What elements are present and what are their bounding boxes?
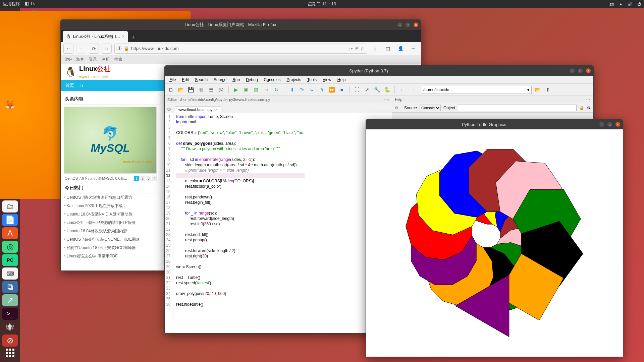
continue-icon[interactable]: ⏩ [328, 86, 336, 94]
hot-link[interactable]: Linux就该这么学 高清晰PDF [64, 252, 158, 260]
preferences-icon[interactable]: 🔧 [373, 86, 381, 94]
menu-tools[interactable]: Tools [305, 77, 319, 83]
run-cell-icon[interactable]: ▣ [242, 86, 250, 94]
menu-source[interactable]: Source [211, 77, 229, 83]
hot-link[interactable]: Linux公社下载FTP资源的请到FTP服务 [64, 219, 158, 227]
run-cell-advance-icon[interactable]: ▥ [252, 86, 260, 94]
sound-icon[interactable]: 🔊 [628, 2, 633, 6]
maximize-button[interactable]: □ [578, 68, 583, 73]
dock-snap-icon[interactable]: ↗ [2, 294, 18, 306]
dock-writer-icon[interactable]: 📄 [2, 214, 18, 226]
menu-help[interactable]: Help [335, 77, 348, 83]
tab-close-icon[interactable]: × [122, 34, 124, 39]
python-path-icon[interactable]: 🐍 [383, 86, 391, 94]
hero-caption[interactable]: CentOS 7.6下yum安装MySQL 8.0版... [65, 176, 127, 181]
editor-options-icon[interactable]: ⚙ [167, 106, 173, 113]
dock-software-icon[interactable]: A [2, 227, 18, 239]
code-editor[interactable]: 1234567891011121314151617181920212223242… [165, 113, 392, 333]
bookmark-star-icon[interactable]: ☆ [360, 46, 364, 51]
firefox-tab[interactable]: 🐧 Linux公社 - Linux系统门… × [63, 31, 128, 42]
close-button[interactable]: × [615, 122, 620, 127]
hero-image[interactable]: 🐬 MySQL www.linuxidc.com [64, 107, 157, 174]
hot-link[interactable]: Ubuntu 18.04安装NVIDIA显卡驱动教 [64, 210, 158, 219]
panel-lang[interactable]: zh [609, 2, 614, 7]
maximize-button[interactable]: □ [607, 122, 612, 127]
pager-item[interactable]: 2 [140, 176, 145, 181]
dock-onboard-icon[interactable]: ⌨ [2, 267, 18, 280]
menu-run[interactable]: Run [230, 77, 243, 83]
dock-spider-icon[interactable]: 🕷 [2, 321, 18, 333]
at-icon[interactable]: @ [217, 86, 225, 94]
menu-projects[interactable]: Projects [284, 77, 304, 83]
rerun-icon[interactable]: ↻ [272, 86, 280, 94]
close-button[interactable]: × [414, 22, 418, 27]
menu-debug[interactable]: Debug [243, 77, 260, 83]
hot-link[interactable]: CentOS 7命令行安装GNOME、KDE图形 [64, 235, 158, 244]
dock-files-icon[interactable]: 🗂 [2, 200, 18, 213]
power-icon[interactable]: ⏻ [637, 2, 641, 6]
reader-icon[interactable]: ⎘ [356, 46, 358, 51]
nav-link[interactable]: Li [79, 83, 83, 88]
step-in-icon[interactable]: ↳ [308, 86, 316, 94]
save-all-icon[interactable]: ⎘ [197, 86, 205, 94]
maximize-pane-icon[interactable]: ⛶ [353, 86, 361, 94]
dock-android-studio-icon[interactable]: ◎ [2, 241, 18, 253]
dock-blocked-icon[interactable]: ⊘ [2, 335, 18, 347]
hot-link[interactable]: 如何在Ubuntu 18.04上安装GCC编译器 [64, 244, 158, 252]
source-select[interactable]: Console [420, 105, 441, 111]
hot-link[interactable]: Ubuntu 18.04修改默认源为国内源 [64, 227, 158, 235]
nav-link[interactable]: 首页 [65, 82, 74, 88]
step-out-icon[interactable]: ↰ [318, 86, 326, 94]
url-bar[interactable]: 🛈 🔒 https://www.linuxidc.com ⋯ ⎘ ☆ [114, 44, 367, 54]
minimize-button[interactable]: – [397, 22, 402, 27]
sec-link[interactable]: 你好，游客 [64, 57, 84, 62]
menu-consoles[interactable]: Consoles [261, 77, 283, 83]
panel-clock[interactable]: 星期二 11：19 [308, 1, 336, 7]
forward-button[interactable]: → [76, 44, 86, 54]
file-tab[interactable]: www.linuxidc.com.py × [175, 106, 221, 113]
minimize-button[interactable]: – [599, 122, 604, 127]
file-tab-close-icon[interactable]: × [215, 108, 217, 112]
help-gear-icon[interactable]: ⚙ [587, 106, 591, 110]
hot-link[interactable]: Kali Linux 2020.1 现在开放下载， [64, 202, 158, 210]
pager-item[interactable]: 4 [152, 176, 157, 181]
close-button[interactable]: × [586, 68, 591, 73]
back-button[interactable]: ← [63, 44, 73, 54]
run-icon[interactable]: ▶ [232, 86, 240, 94]
sidebar-icon[interactable]: ◫ [383, 44, 393, 54]
object-input[interactable] [458, 105, 577, 111]
home-button[interactable]: ⌂ [102, 44, 112, 54]
hot-link[interactable]: CentOS 7防火墙快速开放端口配置方 [64, 193, 158, 202]
maximize-button[interactable]: □ [406, 22, 410, 27]
firefox-titlebar[interactable]: Linux公社 - Linux系统门户网站 - Mozilla Firefox … [61, 20, 421, 30]
dock-show-apps[interactable] [3, 348, 17, 358]
account-icon[interactable]: 👤 [395, 44, 406, 54]
pane-close-icon[interactable]: × [387, 98, 389, 102]
menu-view[interactable]: View [320, 77, 334, 83]
step-over-icon[interactable]: ↷ [298, 86, 306, 94]
sec-link[interactable]: 搜索 [114, 57, 122, 62]
page-actions-icon[interactable]: ⋯ [349, 46, 354, 51]
pane-opts-icon[interactable]: ▫ [384, 98, 386, 102]
parent-dir-icon[interactable]: ⬆ [544, 86, 552, 94]
dock-pycharm-icon[interactable]: PC [2, 254, 18, 266]
reload-button[interactable]: ⟳ [89, 44, 99, 54]
menu-icon[interactable]: ☰ [408, 44, 418, 54]
sec-link[interactable]: 注册 [102, 57, 110, 62]
library-icon[interactable]: ⫼ [370, 44, 380, 54]
menu-edit[interactable]: Edit [179, 77, 192, 83]
outline-icon[interactable]: ☰ [207, 86, 215, 94]
pager-item[interactable]: 1 [134, 176, 139, 181]
spyder-titlebar[interactable]: Spyder (Python 3.7) – □ × [165, 66, 593, 76]
save-icon[interactable]: 💾 [187, 86, 195, 94]
network-icon[interactable]: ▲ [619, 2, 623, 6]
pager-item[interactable]: 3 [146, 176, 151, 181]
sec-link[interactable]: 登录 [89, 57, 97, 62]
menu-search[interactable]: Search [192, 77, 210, 83]
run-selection-icon[interactable]: ⇥ [262, 86, 270, 94]
stop-icon[interactable]: ■ [338, 86, 346, 94]
lock-icon[interactable]: 🔒 [579, 106, 584, 110]
minimize-button[interactable]: – [570, 68, 575, 73]
cwd-forward-icon[interactable]: → [408, 86, 416, 94]
help-options-icon[interactable]: ⚙ [395, 106, 401, 110]
